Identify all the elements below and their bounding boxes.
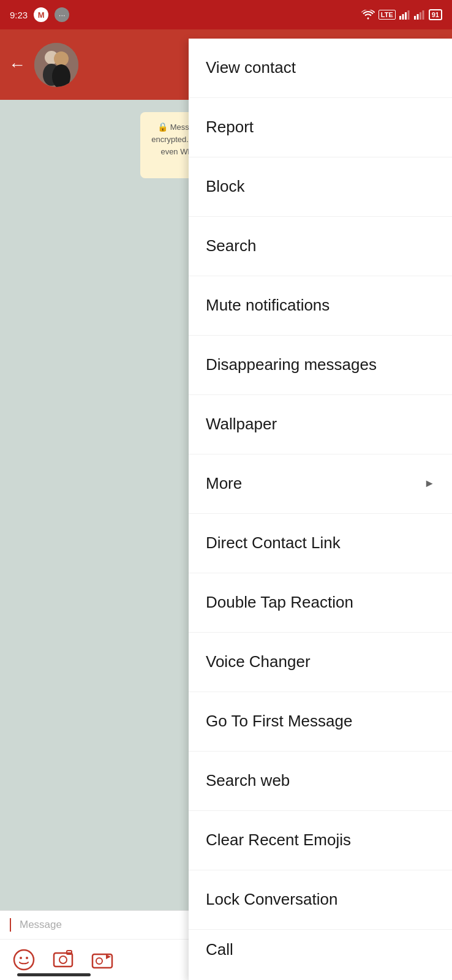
svg-rect-1 <box>402 14 404 20</box>
svg-point-13 <box>14 950 34 970</box>
menu-item-disappearing[interactable]: Disappearing messages <box>189 336 452 394</box>
status-bar: 9:23 M ··· LTE 91 <box>0 0 452 29</box>
call-label: Call <box>206 940 233 959</box>
menu-item-search-web[interactable]: Search web <box>189 752 452 810</box>
menu-item-lock-conversation[interactable]: Lock Conversation <box>189 870 452 929</box>
svg-rect-4 <box>414 16 416 20</box>
menu-item-block[interactable]: Block <box>189 157 452 216</box>
menu-item-go-to-first-message[interactable]: Go To First Message <box>189 692 452 751</box>
back-button[interactable]: ← <box>9 56 26 74</box>
bottom-bar: Message <box>0 910 190 980</box>
menu-item-double-tap-reaction[interactable]: Double Tap Reaction <box>189 573 452 632</box>
status-right: LTE 91 <box>361 9 442 20</box>
time-display: 9:23 <box>10 10 28 20</box>
emoji-button[interactable] <box>11 947 37 973</box>
menu-item-mute[interactable]: Mute notifications <box>189 276 452 335</box>
text-cursor <box>10 918 11 932</box>
menu-item-wallpaper[interactable]: Wallpaper <box>189 395 452 454</box>
status-left: 9:23 M ··· <box>10 7 69 22</box>
svg-point-17 <box>59 956 67 963</box>
gmail-icon: M <box>34 7 48 22</box>
svg-point-14 <box>20 957 22 959</box>
avatar[interactable] <box>34 43 78 87</box>
message-placeholder: Message <box>20 919 62 931</box>
lock-icon: 🔒 <box>157 122 168 132</box>
svg-rect-6 <box>420 12 421 20</box>
signal-icon-1 <box>399 10 410 20</box>
menu-item-search[interactable]: Search <box>189 217 452 276</box>
signal-icon-2 <box>414 10 425 20</box>
svg-point-15 <box>26 957 28 959</box>
home-indicator <box>17 973 91 976</box>
svg-rect-5 <box>416 14 418 20</box>
message-input-row[interactable]: Message <box>0 911 190 940</box>
svg-rect-2 <box>405 12 407 20</box>
wifi-icon <box>361 10 375 20</box>
svg-rect-7 <box>422 10 424 20</box>
lte-icon: LTE <box>379 10 396 20</box>
menu-item-clear-recent-emojis[interactable]: Clear Recent Emojis <box>189 811 452 870</box>
menu-item-more[interactable]: More ► <box>189 454 452 513</box>
dropdown-menu: View contact Report Block Search Mute no… <box>189 39 452 980</box>
svg-point-11 <box>54 51 69 66</box>
battery-icon: 91 <box>429 9 442 20</box>
message-dot-icon: ··· <box>55 7 69 22</box>
chevron-right-icon: ► <box>424 477 435 490</box>
photo-button[interactable] <box>50 947 76 973</box>
menu-item-view-contact[interactable]: View contact <box>189 39 452 97</box>
svg-rect-16 <box>54 953 72 967</box>
menu-item-direct-contact-link[interactable]: Direct Contact Link <box>189 514 452 573</box>
menu-item-call[interactable]: Call <box>189 930 452 969</box>
svg-rect-0 <box>399 16 401 20</box>
camera-button[interactable] <box>89 947 115 973</box>
menu-item-report[interactable]: Report <box>189 98 452 157</box>
svg-rect-3 <box>407 10 409 20</box>
svg-point-20 <box>96 958 102 964</box>
menu-item-voice-changer[interactable]: Voice Changer <box>189 633 452 692</box>
